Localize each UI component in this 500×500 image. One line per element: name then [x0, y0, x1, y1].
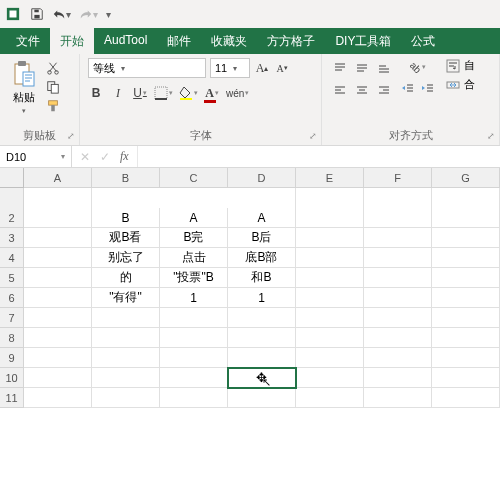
cell[interactable]: [24, 288, 92, 308]
cell[interactable]: A: [160, 208, 228, 228]
qat-customize-icon[interactable]: ▾: [106, 9, 111, 20]
cell[interactable]: [364, 228, 432, 248]
cell[interactable]: [296, 208, 364, 228]
cell[interactable]: [364, 368, 432, 388]
cell[interactable]: A: [228, 208, 296, 228]
font-size-combo[interactable]: 11▾: [210, 58, 250, 78]
cell[interactable]: [228, 388, 296, 408]
cell[interactable]: [24, 328, 92, 348]
merge-cells-button[interactable]: 合: [446, 77, 475, 92]
dialog-launcher-icon[interactable]: ⤢: [67, 131, 75, 141]
cell[interactable]: [296, 288, 364, 308]
active-cell[interactable]: ✥↖: [228, 368, 296, 388]
underline-button[interactable]: U▾: [132, 84, 148, 102]
tab-audtool[interactable]: AudTool: [94, 28, 157, 54]
dialog-launcher-icon[interactable]: ⤢: [309, 131, 317, 141]
cell[interactable]: B后: [228, 228, 296, 248]
border-icon[interactable]: ▾: [154, 84, 173, 102]
cell[interactable]: [92, 308, 160, 328]
increase-indent-icon[interactable]: [420, 80, 436, 98]
cell[interactable]: [296, 328, 364, 348]
cell[interactable]: [296, 268, 364, 288]
cell[interactable]: [432, 308, 500, 328]
font-color-icon[interactable]: A▾: [204, 84, 220, 102]
cell[interactable]: [432, 248, 500, 268]
cell[interactable]: [24, 368, 92, 388]
cell[interactable]: [432, 268, 500, 288]
cell[interactable]: 的: [92, 268, 160, 288]
cell[interactable]: [296, 308, 364, 328]
row-header[interactable]: 4: [0, 248, 24, 268]
cell[interactable]: [24, 388, 92, 408]
cell[interactable]: [364, 328, 432, 348]
worksheet-grid[interactable]: A B C D E F G 1 Excel中删除选区字母的方法 2 B A A …: [0, 168, 500, 408]
tab-favorites[interactable]: 收藏夹: [201, 28, 257, 54]
cell[interactable]: [296, 348, 364, 368]
decrease-indent-icon[interactable]: [400, 80, 416, 98]
cell[interactable]: [92, 348, 160, 368]
cell[interactable]: [364, 348, 432, 368]
cell[interactable]: 别忘了: [92, 248, 160, 268]
decrease-font-icon[interactable]: A▾: [274, 59, 290, 77]
tab-formula[interactable]: 公式: [401, 28, 445, 54]
format-painter-icon[interactable]: [44, 98, 62, 114]
row-header[interactable]: 7: [0, 308, 24, 328]
align-top-icon[interactable]: [330, 58, 350, 78]
cell[interactable]: [364, 388, 432, 408]
align-center-icon[interactable]: [352, 80, 372, 100]
align-middle-icon[interactable]: [352, 58, 372, 78]
cell[interactable]: [296, 368, 364, 388]
cell[interactable]: 观B看: [92, 228, 160, 248]
col-header[interactable]: B: [92, 168, 160, 188]
col-header[interactable]: C: [160, 168, 228, 188]
cell[interactable]: [160, 388, 228, 408]
font-name-combo[interactable]: 等线▾: [88, 58, 206, 78]
formula-input[interactable]: [138, 146, 500, 167]
cell[interactable]: [228, 308, 296, 328]
cell[interactable]: [364, 248, 432, 268]
cell[interactable]: 1: [160, 288, 228, 308]
cell[interactable]: [432, 208, 500, 228]
orientation-icon[interactable]: ab▾: [400, 58, 436, 76]
tab-home[interactable]: 开始: [50, 28, 94, 54]
tab-grid[interactable]: 方方格子: [257, 28, 325, 54]
col-header[interactable]: G: [432, 168, 500, 188]
cell[interactable]: [24, 208, 92, 228]
cut-icon[interactable]: [44, 60, 62, 76]
cell[interactable]: [228, 348, 296, 368]
select-all-corner[interactable]: [0, 168, 24, 188]
cell[interactable]: "投票"B: [160, 268, 228, 288]
cell[interactable]: [92, 368, 160, 388]
align-left-icon[interactable]: [330, 80, 350, 100]
align-bottom-icon[interactable]: [374, 58, 394, 78]
cell[interactable]: [296, 228, 364, 248]
cell[interactable]: [296, 248, 364, 268]
row-header[interactable]: 8: [0, 328, 24, 348]
cell[interactable]: [296, 388, 364, 408]
increase-font-icon[interactable]: A▴: [254, 59, 270, 77]
row-header[interactable]: 5: [0, 268, 24, 288]
cell[interactable]: [24, 248, 92, 268]
row-header[interactable]: 11: [0, 388, 24, 408]
paste-button[interactable]: 粘贴 ▾: [8, 58, 40, 117]
row-header[interactable]: 10: [0, 368, 24, 388]
dialog-launcher-icon[interactable]: ⤢: [487, 131, 495, 141]
italic-button[interactable]: I: [110, 84, 126, 102]
cell[interactable]: 1: [228, 288, 296, 308]
cell[interactable]: [24, 348, 92, 368]
cell[interactable]: [92, 328, 160, 348]
redo-icon[interactable]: ▾: [79, 8, 98, 20]
fx-icon[interactable]: fx: [120, 149, 129, 164]
row-header[interactable]: 6: [0, 288, 24, 308]
cell[interactable]: B完: [160, 228, 228, 248]
cell[interactable]: [160, 328, 228, 348]
phonetic-icon[interactable]: wén▾: [226, 84, 249, 102]
tab-diy[interactable]: DIY工具箱: [325, 28, 401, 54]
cell[interactable]: [432, 288, 500, 308]
cell[interactable]: [160, 348, 228, 368]
fill-color-icon[interactable]: ▾: [179, 84, 198, 102]
cell[interactable]: [92, 388, 160, 408]
row-header[interactable]: 3: [0, 228, 24, 248]
col-header[interactable]: F: [364, 168, 432, 188]
cell[interactable]: [364, 268, 432, 288]
